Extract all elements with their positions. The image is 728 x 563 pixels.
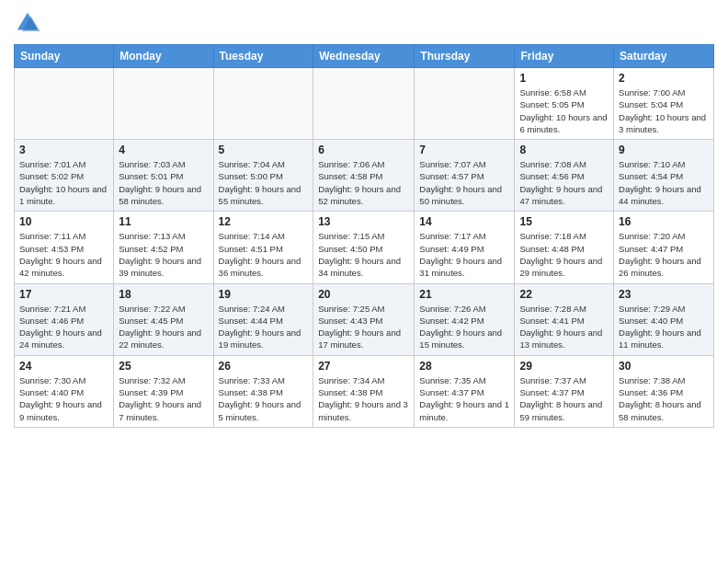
calendar-cell: 25Sunrise: 7:32 AM Sunset: 4:39 PM Dayli… <box>114 355 213 427</box>
day-info: Sunrise: 7:14 AM Sunset: 4:51 PM Dayligh… <box>219 230 309 279</box>
day-number: 21 <box>419 288 509 301</box>
day-info: Sunrise: 7:20 AM Sunset: 4:47 PM Dayligh… <box>619 230 709 279</box>
calendar-week-4: 17Sunrise: 7:21 AM Sunset: 4:46 PM Dayli… <box>15 283 714 355</box>
calendar-cell: 17Sunrise: 7:21 AM Sunset: 4:46 PM Dayli… <box>15 283 114 355</box>
day-number: 9 <box>619 144 709 156</box>
day-info: Sunrise: 7:29 AM Sunset: 4:40 PM Dayligh… <box>619 303 709 351</box>
calendar-cell <box>114 68 213 140</box>
calendar-cell: 27Sunrise: 7:34 AM Sunset: 4:38 PM Dayli… <box>313 355 415 427</box>
day-number: 11 <box>119 215 208 228</box>
weekday-header-sunday: Sunday <box>15 45 114 68</box>
calendar-cell: 8Sunrise: 7:08 AM Sunset: 4:56 PM Daylig… <box>515 140 614 212</box>
day-info: Sunrise: 7:28 AM Sunset: 4:41 PM Dayligh… <box>519 303 609 351</box>
calendar-cell: 5Sunrise: 7:04 AM Sunset: 5:00 PM Daylig… <box>213 140 313 212</box>
calendar-cell: 10Sunrise: 7:11 AM Sunset: 4:53 PM Dayli… <box>15 212 114 283</box>
day-number: 12 <box>219 215 309 228</box>
calendar-week-1: 1Sunrise: 6:58 AM Sunset: 5:05 PM Daylig… <box>15 68 714 140</box>
day-info: Sunrise: 7:07 AM Sunset: 4:57 PM Dayligh… <box>419 158 509 207</box>
day-info: Sunrise: 7:34 AM Sunset: 4:38 PM Dayligh… <box>318 374 409 423</box>
day-info: Sunrise: 7:24 AM Sunset: 4:44 PM Dayligh… <box>219 303 309 351</box>
calendar-cell: 14Sunrise: 7:17 AM Sunset: 4:49 PM Dayli… <box>415 212 515 283</box>
day-number: 28 <box>419 360 509 373</box>
day-number: 25 <box>119 360 208 373</box>
day-info: Sunrise: 7:33 AM Sunset: 4:38 PM Dayligh… <box>219 374 309 423</box>
day-number: 17 <box>19 288 108 301</box>
weekday-header-friday: Friday <box>515 45 614 68</box>
calendar-cell: 13Sunrise: 7:15 AM Sunset: 4:50 PM Dayli… <box>313 212 415 283</box>
day-info: Sunrise: 7:21 AM Sunset: 4:46 PM Dayligh… <box>19 303 108 351</box>
calendar-cell: 2Sunrise: 7:00 AM Sunset: 5:04 PM Daylig… <box>614 68 714 140</box>
calendar-cell: 20Sunrise: 7:25 AM Sunset: 4:43 PM Dayli… <box>313 283 415 355</box>
day-info: Sunrise: 7:06 AM Sunset: 4:58 PM Dayligh… <box>318 158 409 207</box>
day-info: Sunrise: 6:58 AM Sunset: 5:05 PM Dayligh… <box>519 86 609 135</box>
day-number: 15 <box>519 215 609 228</box>
calendar-cell: 23Sunrise: 7:29 AM Sunset: 4:40 PM Dayli… <box>614 283 714 355</box>
calendar-cell: 30Sunrise: 7:38 AM Sunset: 4:36 PM Dayli… <box>614 355 714 427</box>
day-number: 7 <box>419 144 509 156</box>
day-info: Sunrise: 7:30 AM Sunset: 4:40 PM Dayligh… <box>19 374 108 423</box>
day-number: 30 <box>619 360 709 373</box>
day-number: 4 <box>119 144 208 156</box>
day-info: Sunrise: 7:22 AM Sunset: 4:45 PM Dayligh… <box>119 303 208 351</box>
day-info: Sunrise: 7:25 AM Sunset: 4:43 PM Dayligh… <box>318 303 409 351</box>
day-info: Sunrise: 7:15 AM Sunset: 4:50 PM Dayligh… <box>318 230 409 279</box>
day-info: Sunrise: 7:32 AM Sunset: 4:39 PM Dayligh… <box>119 374 208 423</box>
day-number: 6 <box>318 144 409 156</box>
day-info: Sunrise: 7:37 AM Sunset: 4:37 PM Dayligh… <box>519 374 609 423</box>
day-info: Sunrise: 7:18 AM Sunset: 4:48 PM Dayligh… <box>519 230 609 279</box>
calendar-cell: 4Sunrise: 7:03 AM Sunset: 5:01 PM Daylig… <box>114 140 213 212</box>
weekday-header-thursday: Thursday <box>415 45 515 68</box>
calendar-cell: 3Sunrise: 7:01 AM Sunset: 5:02 PM Daylig… <box>15 140 114 212</box>
calendar-cell: 15Sunrise: 7:18 AM Sunset: 4:48 PM Dayli… <box>515 212 614 283</box>
calendar-cell <box>213 68 313 140</box>
weekday-header-wednesday: Wednesday <box>313 45 415 68</box>
header <box>14 9 714 37</box>
day-info: Sunrise: 7:10 AM Sunset: 4:54 PM Dayligh… <box>619 158 709 207</box>
day-info: Sunrise: 7:35 AM Sunset: 4:37 PM Dayligh… <box>419 374 509 423</box>
day-info: Sunrise: 7:38 AM Sunset: 4:36 PM Dayligh… <box>619 374 709 423</box>
day-number: 14 <box>419 215 509 228</box>
calendar-cell: 6Sunrise: 7:06 AM Sunset: 4:58 PM Daylig… <box>313 140 415 212</box>
day-number: 27 <box>318 360 409 373</box>
logo-icon <box>14 9 41 37</box>
calendar-cell: 26Sunrise: 7:33 AM Sunset: 4:38 PM Dayli… <box>213 355 313 427</box>
day-info: Sunrise: 7:11 AM Sunset: 4:53 PM Dayligh… <box>19 230 108 279</box>
calendar-week-5: 24Sunrise: 7:30 AM Sunset: 4:40 PM Dayli… <box>15 355 714 427</box>
day-number: 10 <box>19 215 108 228</box>
day-info: Sunrise: 7:04 AM Sunset: 5:00 PM Dayligh… <box>219 158 309 207</box>
day-number: 24 <box>19 360 108 373</box>
calendar-cell: 12Sunrise: 7:14 AM Sunset: 4:51 PM Dayli… <box>213 212 313 283</box>
calendar-cell: 29Sunrise: 7:37 AM Sunset: 4:37 PM Dayli… <box>515 355 614 427</box>
calendar-cell <box>313 68 415 140</box>
day-number: 16 <box>619 215 709 228</box>
calendar-cell <box>15 68 114 140</box>
day-number: 18 <box>119 288 208 301</box>
calendar-cell: 19Sunrise: 7:24 AM Sunset: 4:44 PM Dayli… <box>213 283 313 355</box>
day-number: 13 <box>318 215 409 228</box>
calendar-week-2: 3Sunrise: 7:01 AM Sunset: 5:02 PM Daylig… <box>15 140 714 212</box>
calendar-cell: 1Sunrise: 6:58 AM Sunset: 5:05 PM Daylig… <box>515 68 614 140</box>
calendar-cell: 22Sunrise: 7:28 AM Sunset: 4:41 PM Dayli… <box>515 283 614 355</box>
day-number: 23 <box>619 288 709 301</box>
day-number: 29 <box>519 360 609 373</box>
day-number: 20 <box>318 288 409 301</box>
day-info: Sunrise: 7:13 AM Sunset: 4:52 PM Dayligh… <box>119 230 208 279</box>
day-number: 19 <box>219 288 309 301</box>
day-number: 2 <box>619 72 709 85</box>
calendar-cell: 16Sunrise: 7:20 AM Sunset: 4:47 PM Dayli… <box>614 212 714 283</box>
calendar-cell: 28Sunrise: 7:35 AM Sunset: 4:37 PM Dayli… <box>415 355 515 427</box>
calendar-cell: 7Sunrise: 7:07 AM Sunset: 4:57 PM Daylig… <box>415 140 515 212</box>
calendar-week-3: 10Sunrise: 7:11 AM Sunset: 4:53 PM Dayli… <box>15 212 714 283</box>
weekday-header-row: SundayMondayTuesdayWednesdayThursdayFrid… <box>15 45 714 68</box>
day-number: 22 <box>519 288 609 301</box>
logo <box>14 9 45 37</box>
day-number: 1 <box>519 72 609 85</box>
day-info: Sunrise: 7:08 AM Sunset: 4:56 PM Dayligh… <box>519 158 609 207</box>
day-number: 3 <box>19 144 108 156</box>
day-number: 8 <box>519 144 609 156</box>
calendar-cell: 9Sunrise: 7:10 AM Sunset: 4:54 PM Daylig… <box>614 140 714 212</box>
day-number: 26 <box>219 360 309 373</box>
calendar-cell: 24Sunrise: 7:30 AM Sunset: 4:40 PM Dayli… <box>15 355 114 427</box>
day-info: Sunrise: 7:03 AM Sunset: 5:01 PM Dayligh… <box>119 158 208 207</box>
calendar-cell: 11Sunrise: 7:13 AM Sunset: 4:52 PM Dayli… <box>114 212 213 283</box>
